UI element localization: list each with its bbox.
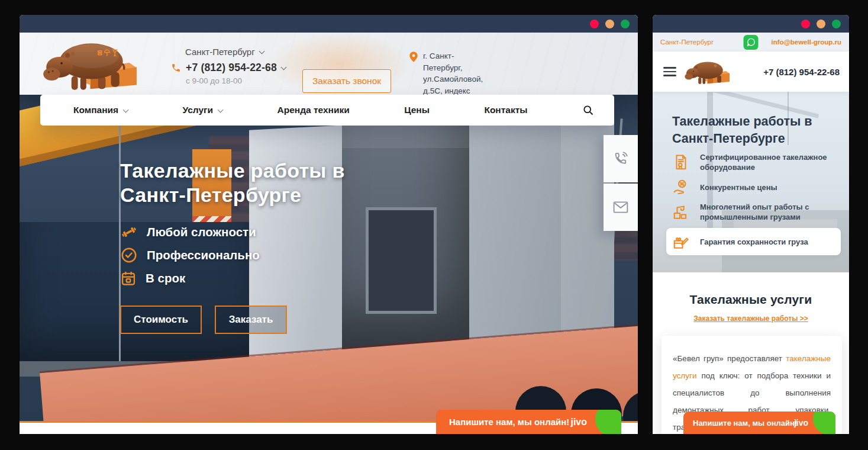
city-selector[interactable]: Санкт-Петербург xyxy=(171,47,286,57)
hero-section: Такелажные работы в Санкт-Петербурге Люб… xyxy=(20,95,638,423)
chevron-down-icon xyxy=(123,107,129,112)
cost-button[interactable]: Стоимость xyxy=(120,306,202,334)
nav-item-services[interactable]: Услуги xyxy=(183,105,223,115)
hippo-logo-icon xyxy=(41,36,149,92)
mobile-services-section: Такелажные услуги Заказать такелажные ра… xyxy=(653,272,849,434)
nav-item-company[interactable]: Компания xyxy=(73,105,128,115)
hippo-logo-icon[interactable] xyxy=(685,56,734,88)
window-close-button[interactable] xyxy=(801,20,810,28)
chevron-down-icon xyxy=(218,107,224,112)
phone-link[interactable]: +7 (812) 954-22-68 xyxy=(763,67,840,77)
mobile-header: +7 (812) 954-22-68 xyxy=(653,52,849,92)
location-pin-icon xyxy=(409,51,418,63)
whatsapp-icon[interactable] xyxy=(744,35,759,50)
desktop-browser-window: Санкт-Петербург +7 (812) 954-22-68 с 9-0… xyxy=(20,15,638,434)
chat-message: Напишите нам, мы онлайн! xyxy=(449,417,569,427)
jivo-chat-bar[interactable]: Напишите нам, мы онлайн! jivo xyxy=(683,412,835,434)
window-maximize-button[interactable] xyxy=(832,20,841,28)
chevron-down-icon xyxy=(259,48,264,54)
email-link[interactable]: info@bewell-group.ru xyxy=(771,38,841,46)
hero-feature: В срок xyxy=(120,266,260,290)
hero-feature: Профессионально xyxy=(120,243,260,266)
mail-icon xyxy=(613,201,628,214)
nav-item-contacts[interactable]: Контакты xyxy=(484,105,527,115)
hero-buttons: Стоимость Заказать xyxy=(120,306,287,334)
services-heading: Такелажные услуги xyxy=(653,292,849,307)
clock-check-icon xyxy=(120,246,138,264)
safe-cargo-icon xyxy=(672,233,690,250)
jivo-chat-bar[interactable]: Напишите нам, мы онлайн! jivo xyxy=(436,410,621,434)
jivo-brand: jivo xyxy=(794,418,808,427)
widget-call-button[interactable] xyxy=(604,135,638,182)
desktop-header: Санкт-Петербург +7 (812) 954-22-68 с 9-0… xyxy=(20,33,638,95)
hero-feature: Любой сложности xyxy=(120,220,260,243)
jivo-leaf-icon xyxy=(595,410,621,434)
dumbbell-icon xyxy=(120,223,138,241)
hero-title: Такелажные работы в Санкт-Петербурге xyxy=(120,159,345,207)
main-nav: Компания Услуги Аренда техники Цены Конт… xyxy=(40,95,614,126)
nav-item-prices[interactable]: Цены xyxy=(404,105,430,115)
window-maximize-button[interactable] xyxy=(621,20,630,28)
desktop-titlebar xyxy=(20,15,638,33)
hero-feature-list: Любой сложности Профессионально В срок xyxy=(120,220,260,290)
phone-icon xyxy=(171,63,181,73)
phone-link[interactable]: +7 (812) 954-22-68 xyxy=(186,62,277,74)
mobile-titlebar xyxy=(653,15,849,33)
city-label: Санкт-Петербург xyxy=(185,47,255,57)
mobile-feature: Гарантия сохранности груза xyxy=(666,228,841,255)
floating-contact-widget xyxy=(604,135,638,231)
mobile-browser-window: Санкт-Петербург info@bewell-group.ru xyxy=(653,15,849,434)
mobile-feature: Сертифицированное такелажное оборудовани… xyxy=(672,152,841,172)
jivo-leaf-icon xyxy=(813,412,835,434)
hamburger-menu-icon[interactable] xyxy=(663,65,676,79)
chat-message: Напишите нам, мы онлайн! xyxy=(693,419,797,427)
working-hours: с 9-00 до 18-00 xyxy=(171,76,286,85)
callback-button[interactable]: Заказать звонок xyxy=(302,69,391,93)
certificate-icon xyxy=(672,153,690,171)
mobile-feature: Конкурентные цены xyxy=(672,178,841,196)
phone-ring-icon xyxy=(613,151,628,166)
order-button[interactable]: Заказать xyxy=(215,306,287,334)
mobile-hero-title: Такелажные работы в Санкт-Петербурге xyxy=(672,113,812,147)
crane-cargo-icon xyxy=(672,203,690,221)
search-icon[interactable] xyxy=(582,104,594,116)
window-minimize-button[interactable] xyxy=(817,20,825,28)
jivo-brand: jivo xyxy=(570,417,587,427)
order-rigging-link[interactable]: Заказать такелажные работы >> xyxy=(653,314,849,323)
chevron-down-icon[interactable] xyxy=(280,64,286,70)
city-selector[interactable]: Санкт-Петербург xyxy=(660,38,714,46)
mobile-feature: Многолетний опыт работы с промышленными … xyxy=(672,202,841,222)
window-minimize-button[interactable] xyxy=(605,20,614,28)
mobile-hero-section: Такелажные работы в Санкт-Петербурге Сер… xyxy=(653,92,849,272)
mobile-topbar: Санкт-Петербург info@bewell-group.ru xyxy=(653,33,849,52)
mobile-feature-list: Сертифицированное такелажное оборудовани… xyxy=(672,152,841,261)
nav-item-rent[interactable]: Аренда техники xyxy=(277,105,350,115)
window-close-button[interactable] xyxy=(590,20,599,28)
calendar-icon xyxy=(120,270,137,287)
company-logo[interactable] xyxy=(41,36,149,92)
percent-hand-icon xyxy=(672,178,690,196)
city-phone-block: Санкт-Петербург +7 (812) 954-22-68 с 9-0… xyxy=(171,47,286,85)
widget-mail-button[interactable] xyxy=(604,184,638,231)
phone-line: +7 (812) 954-22-68 xyxy=(171,62,286,74)
